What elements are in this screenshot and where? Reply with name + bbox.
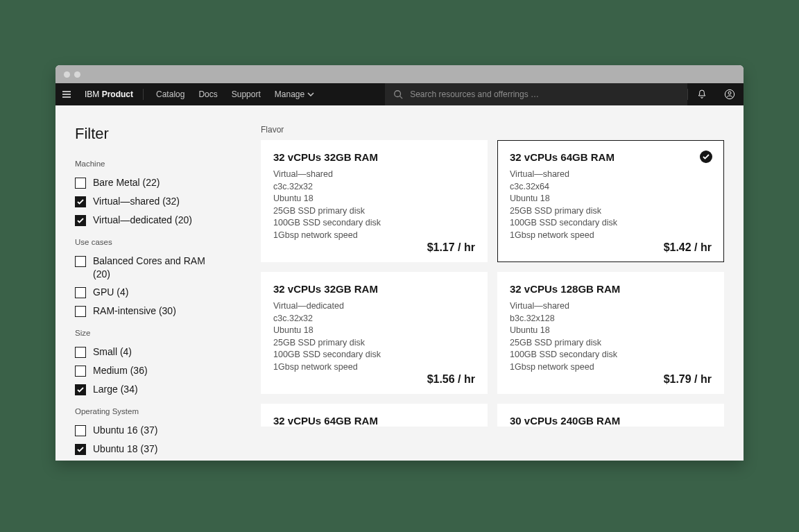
topnav-right bbox=[687, 89, 744, 100]
selected-badge bbox=[700, 151, 712, 163]
nav-manage[interactable]: Manage bbox=[275, 89, 314, 99]
flavor-card-5[interactable]: 30 vCPUs 240GB RAM bbox=[497, 404, 724, 427]
flavor-card-title: 32 vCPUs 64GB RAM bbox=[510, 151, 712, 163]
window-close-dot[interactable] bbox=[64, 71, 70, 78]
flavor-card-price: $1.17 / hr bbox=[427, 241, 475, 254]
filter-machine-1[interactable]: Virtual—shared (32) bbox=[75, 192, 250, 211]
flavor-panel: Flavor 32 vCPUs 32GB RAMVirtual—sharedc3… bbox=[261, 125, 724, 461]
filter-label: GPU (4) bbox=[93, 286, 128, 299]
check-icon bbox=[77, 199, 84, 205]
checkbox[interactable] bbox=[75, 444, 86, 455]
checkbox[interactable] bbox=[75, 384, 86, 395]
flavor-card-4[interactable]: 32 vCPUs 64GB RAM bbox=[261, 404, 488, 427]
filter-label: Medium (36) bbox=[93, 364, 148, 377]
checkbox[interactable] bbox=[75, 306, 86, 317]
flavor-card-1[interactable]: 32 vCPUs 64GB RAMVirtual—sharedc3c.32x64… bbox=[497, 140, 724, 262]
svg-point-2 bbox=[728, 92, 731, 94]
flavor-card-title: 32 vCPUs 64GB RAM bbox=[273, 415, 475, 427]
check-icon bbox=[703, 154, 710, 160]
page-title: Filter bbox=[75, 125, 250, 143]
svg-point-0 bbox=[395, 91, 401, 97]
search-input[interactable] bbox=[410, 89, 679, 99]
filter-label: Ubuntu 16 (37) bbox=[93, 424, 157, 437]
filter-label: Balanced Cores and RAM (20) bbox=[93, 255, 211, 281]
window-chrome bbox=[55, 65, 744, 83]
brand-product: Product bbox=[102, 89, 133, 99]
filter-size-0[interactable]: Small (4) bbox=[75, 343, 250, 361]
nav-support[interactable]: Support bbox=[232, 89, 261, 99]
nav-links: Catalog Docs Support Manage bbox=[146, 89, 324, 99]
filter-os-1[interactable]: Ubuntu 18 (37) bbox=[75, 440, 250, 458]
filter-os-0[interactable]: Ubuntu 16 (37) bbox=[75, 421, 250, 440]
filter-label: Large (34) bbox=[93, 383, 138, 396]
menu-button[interactable] bbox=[55, 89, 78, 100]
filter-machine-0[interactable]: Bare Metal (22) bbox=[75, 173, 250, 192]
filter-machine-2[interactable]: Virtual—dedicated (20) bbox=[75, 211, 250, 230]
flavor-card-3[interactable]: 32 vCPUs 128GB RAMVirtual—sharedb3c.32x1… bbox=[497, 272, 724, 394]
flavor-card-title: 32 vCPUs 32GB RAM bbox=[273, 283, 475, 295]
checkbox[interactable] bbox=[75, 178, 86, 189]
checkbox[interactable] bbox=[75, 366, 86, 377]
checkbox[interactable] bbox=[75, 215, 86, 226]
chevron-down-icon bbox=[307, 92, 314, 96]
checkbox[interactable] bbox=[75, 347, 86, 358]
filter-size-1[interactable]: Medium (36) bbox=[75, 361, 250, 380]
checkbox[interactable] bbox=[75, 287, 86, 298]
filter-label: Bare Metal (22) bbox=[93, 176, 160, 189]
search-area[interactable] bbox=[385, 83, 687, 105]
filter-group-label-os: Operating System bbox=[75, 407, 250, 415]
filter-group-label-machine: Machine bbox=[75, 160, 250, 168]
filter-label: RAM-intensive (30) bbox=[93, 304, 176, 318]
flavor-card-specs: Virtual—dedicatedc3c.32x32Ubuntu 1825GB … bbox=[273, 300, 475, 373]
window-minimize-dot[interactable] bbox=[74, 71, 80, 78]
nav-docs[interactable]: Docs bbox=[198, 89, 217, 99]
filter-group-label-use_cases: Use cases bbox=[75, 238, 250, 246]
brand-company: IBM bbox=[85, 89, 99, 99]
notifications-button[interactable] bbox=[688, 89, 716, 100]
flavor-card-title: 32 vCPUs 128GB RAM bbox=[510, 283, 712, 295]
filter-use_cases-0[interactable]: Balanced Cores and RAM (20) bbox=[75, 252, 250, 284]
flavor-card-specs: Virtual—sharedc3c.32x64Ubuntu 1825GB SSD… bbox=[510, 169, 712, 241]
top-nav: IBM Product Catalog Docs Support Manage bbox=[55, 83, 744, 105]
flavor-label: Flavor bbox=[261, 125, 724, 135]
flavor-card-price: $1.42 / hr bbox=[664, 241, 712, 254]
filter-size-2[interactable]: Large (34) bbox=[75, 380, 250, 399]
nav-support-label: Support bbox=[232, 89, 261, 99]
filter-use_cases-2[interactable]: RAM-intensive (30) bbox=[75, 302, 250, 320]
nav-separator bbox=[143, 89, 144, 100]
content: Filter MachineBare Metal (22)Virtual—sha… bbox=[55, 105, 744, 461]
flavor-card-price: $1.56 / hr bbox=[427, 373, 475, 386]
nav-docs-label: Docs bbox=[198, 89, 217, 99]
filter-label: Virtual—shared (32) bbox=[93, 195, 180, 208]
bell-icon bbox=[696, 89, 707, 100]
nav-catalog[interactable]: Catalog bbox=[156, 89, 184, 99]
checkbox[interactable] bbox=[75, 425, 86, 436]
flavor-card-0[interactable]: 32 vCPUs 32GB RAMVirtual—sharedc3c.32x32… bbox=[261, 140, 488, 262]
account-button[interactable] bbox=[716, 89, 744, 100]
filter-sidebar: Filter MachineBare Metal (22)Virtual—sha… bbox=[75, 125, 261, 461]
flavor-card-title: 32 vCPUs 32GB RAM bbox=[273, 151, 475, 163]
flavor-grid: 32 vCPUs 32GB RAMVirtual—sharedc3c.32x32… bbox=[261, 140, 724, 427]
checkbox[interactable] bbox=[75, 196, 86, 207]
check-icon bbox=[77, 387, 84, 393]
flavor-card-specs: Virtual—sharedb3c.32x128Ubuntu 1825GB SS… bbox=[510, 300, 712, 373]
browser-window: IBM Product Catalog Docs Support Manage bbox=[55, 65, 744, 461]
flavor-card-specs: Virtual—sharedc3c.32x32Ubuntu 1825GB SSD… bbox=[273, 169, 475, 241]
filter-use_cases-1[interactable]: GPU (4) bbox=[75, 283, 250, 302]
hamburger-icon bbox=[61, 89, 72, 100]
filter-label: Small (4) bbox=[93, 345, 132, 359]
flavor-card-2[interactable]: 32 vCPUs 32GB RAMVirtual—dedicatedc3c.32… bbox=[261, 272, 488, 394]
check-icon bbox=[77, 447, 84, 452]
flavor-card-title: 30 vCPUs 240GB RAM bbox=[510, 415, 712, 427]
nav-manage-label: Manage bbox=[275, 89, 304, 99]
filter-group-label-size: Size bbox=[75, 329, 250, 337]
filter-label: Virtual—dedicated (20) bbox=[93, 214, 192, 227]
filter-label: Ubuntu 18 (37) bbox=[93, 443, 157, 456]
check-icon bbox=[77, 218, 84, 223]
flavor-card-price: $1.79 / hr bbox=[664, 373, 712, 386]
checkbox[interactable] bbox=[75, 256, 86, 267]
user-icon bbox=[724, 89, 735, 100]
brand[interactable]: IBM Product bbox=[78, 89, 140, 99]
search-icon bbox=[393, 89, 403, 99]
nav-catalog-label: Catalog bbox=[156, 89, 184, 99]
